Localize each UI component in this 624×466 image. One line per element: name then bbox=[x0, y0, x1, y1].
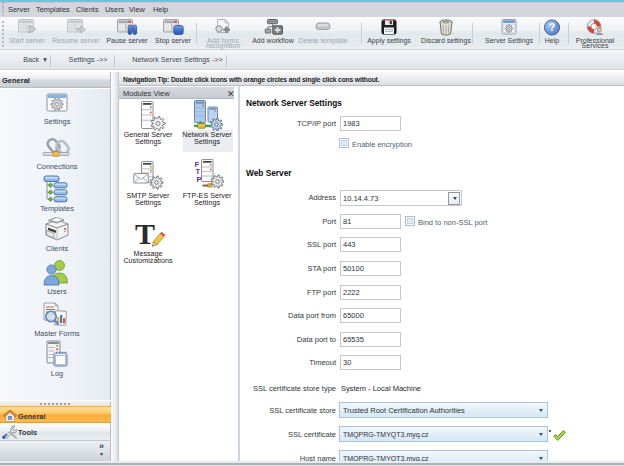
svg-text:?: ? bbox=[549, 22, 555, 33]
svg-text:P: P bbox=[197, 175, 202, 184]
svg-text:T: T bbox=[135, 220, 155, 250]
